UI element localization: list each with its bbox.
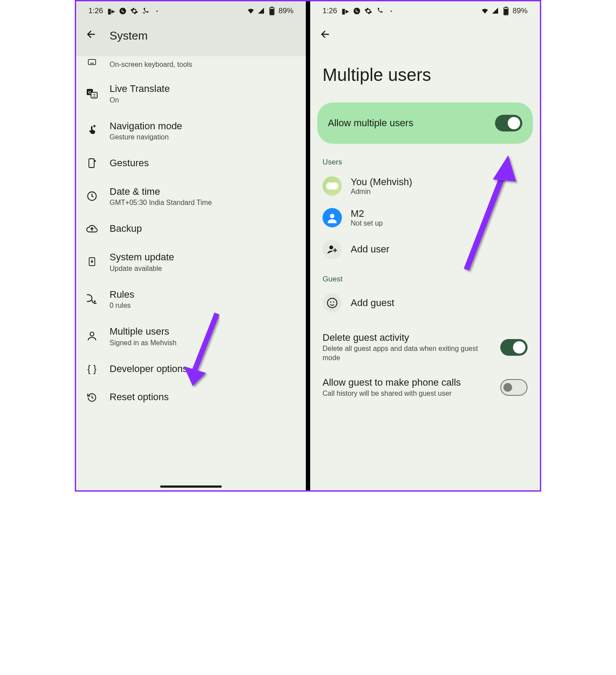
page-title: System (110, 29, 148, 43)
phone-circle-icon (119, 7, 127, 15)
status-bar: 1:26 ▮▸ • (310, 1, 540, 20)
item-title: Developer options (110, 363, 296, 376)
app-header: System (76, 20, 306, 56)
item-title: Backup (110, 223, 296, 235)
guest-icon (323, 293, 342, 313)
svg-rect-14 (89, 159, 94, 168)
phone-circle-icon (353, 7, 361, 15)
add-guest-button[interactable]: Add guest (310, 287, 540, 319)
setting-gestures[interactable]: Gestures (76, 149, 306, 178)
battery-icon (268, 7, 276, 15)
setting-keyboard[interactable]: On-screen keyboard, tools (76, 56, 306, 75)
setting-reset-options[interactable]: Reset options (76, 383, 306, 412)
svg-text:文: 文 (92, 93, 96, 98)
status-time: 1:26 (323, 7, 337, 15)
user-row-you[interactable]: You (Mehvish) Admin (310, 170, 540, 202)
svg-rect-21 (505, 7, 507, 8)
page-title: Multiple users (310, 47, 540, 102)
toggle-label: Allow multiple users (328, 117, 413, 129)
gear-icon (130, 7, 138, 15)
delete-guest-switch[interactable] (500, 339, 528, 356)
setting-navigation-mode[interactable]: Navigation mode Gesture navigation (76, 112, 306, 150)
swipe-icon (86, 124, 98, 137)
item-sub: Update available (110, 265, 296, 273)
phone-down-icon (142, 7, 150, 15)
add-user-icon (323, 240, 342, 259)
phone-down-icon (376, 7, 384, 15)
history-icon (86, 391, 98, 404)
allow-calls-switch[interactable] (500, 379, 528, 396)
battery-icon (502, 7, 510, 15)
phone-sparkle-icon (86, 157, 98, 169)
svg-point-25 (327, 298, 337, 308)
user-sub: Admin (351, 188, 412, 196)
clock-icon (86, 190, 98, 202)
nav-handle[interactable] (160, 485, 222, 488)
setting-live-translate[interactable]: G文 Live Translate On (76, 75, 306, 112)
card-icon: ▮▸ (107, 7, 115, 15)
back-arrow-icon[interactable] (86, 29, 97, 43)
avatar-you (323, 176, 342, 196)
setting-backup[interactable]: Backup (76, 215, 306, 243)
cloud-up-icon (86, 223, 98, 235)
item-title: Date & time (110, 186, 296, 198)
keyboard-icon (86, 56, 98, 69)
add-guest-label: Add guest (351, 297, 394, 309)
svg-rect-3 (270, 9, 274, 15)
svg-rect-2 (271, 7, 273, 8)
translate-icon: G文 (86, 87, 98, 99)
item-sub: GMT+05:30 India Standard Time (110, 199, 296, 207)
phone-multiple-users: 1:26 ▮▸ • (310, 1, 540, 490)
allow-multiple-users-switch[interactable] (495, 115, 522, 131)
allow-multiple-users-card[interactable]: Allow multiple users (317, 102, 533, 144)
status-notification-icons: ▮▸ • (107, 7, 161, 15)
opt-sub: Call history will be shared with guest u… (323, 389, 493, 398)
card-icon: ▮▸ (341, 7, 349, 15)
phone-download-icon (86, 255, 98, 268)
signal-icon (491, 7, 499, 15)
setting-date-time[interactable]: Date & time GMT+05:30 India Standard Tim… (76, 178, 306, 215)
svg-point-26 (330, 301, 331, 303)
status-time: 1:26 (88, 7, 103, 15)
battery-percent: 89% (279, 7, 293, 15)
item-title: Gestures (110, 157, 296, 170)
signal-icon (257, 7, 265, 15)
app-header (310, 20, 540, 47)
status-bar: 1:26 ▮▸ • (76, 1, 306, 20)
svg-point-24 (330, 245, 334, 249)
item-sub: Signed in as Mehvish (110, 339, 296, 347)
settings-list: On-screen keyboard, tools G文 Live Transl… (76, 56, 306, 412)
setting-developer-options[interactable]: { } Developer options (76, 355, 306, 383)
allow-guest-calls-row[interactable]: Allow guest to make phone calls Call his… (310, 370, 540, 405)
item-title: Navigation mode (110, 120, 296, 133)
item-sub: On (110, 96, 296, 104)
svg-point-18 (90, 332, 94, 336)
phone-system-settings: 1:26 ▮▸ • (76, 1, 306, 490)
user-row-m2[interactable]: M2 Not set up (310, 202, 540, 234)
section-users-label: Users (310, 154, 540, 170)
add-user-button[interactable]: Add user (310, 234, 540, 265)
svg-rect-4 (88, 59, 96, 65)
person-icon (86, 330, 98, 342)
dot-icon: • (387, 7, 395, 15)
item-title: Reset options (110, 391, 296, 404)
gear-icon (364, 7, 372, 15)
back-arrow-icon[interactable] (320, 29, 331, 43)
svg-point-17 (94, 301, 95, 302)
delete-guest-activity-row[interactable]: Delete guest activity Delete all guest a… (310, 325, 540, 370)
user-sub: Not set up (351, 219, 383, 227)
status-notification-icons: ▮▸ • (341, 7, 395, 15)
svg-point-0 (120, 8, 126, 15)
setting-system-update[interactable]: System update Update available (76, 243, 306, 281)
braces-icon: { } (86, 363, 98, 375)
opt-title: Delete guest activity (323, 332, 493, 343)
svg-point-23 (330, 214, 334, 218)
screenshot-divider (306, 1, 310, 490)
setting-multiple-users[interactable]: Multiple users Signed in as Mehvish (76, 317, 306, 355)
add-user-label: Add user (351, 244, 389, 255)
rules-icon (86, 293, 98, 305)
dot-icon: • (153, 7, 161, 15)
user-title: M2 (351, 208, 383, 219)
setting-rules[interactable]: Rules 0 rules (76, 281, 306, 318)
item-title: System update (110, 251, 296, 264)
